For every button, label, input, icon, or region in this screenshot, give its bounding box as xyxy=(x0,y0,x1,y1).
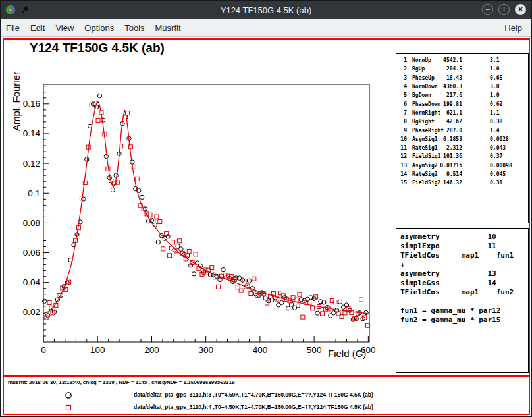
param-num: 10 xyxy=(398,136,407,142)
y-tick-label: 0.08 xyxy=(23,218,40,228)
menu-right: Help xyxy=(499,20,531,36)
menu-options[interactable]: Options xyxy=(79,20,119,36)
legend-square-marker xyxy=(65,403,72,414)
param-name: PhaseDown xyxy=(412,101,439,107)
data-point-circle xyxy=(140,195,144,199)
theory-line xyxy=(400,297,524,306)
data-point-circle xyxy=(364,310,368,314)
param-name: RateSig2 xyxy=(412,171,439,177)
data-point-circle xyxy=(338,300,342,304)
x-tick-label: 100 xyxy=(90,345,105,355)
x-tick-label: 500 xyxy=(307,345,322,355)
y-tick-label: 0.06 xyxy=(23,248,40,258)
param-num: 9 xyxy=(398,128,407,134)
x-tick-label: 200 xyxy=(144,345,159,355)
param-err: 1.1 xyxy=(490,110,499,116)
data-point-circle xyxy=(42,299,46,303)
param-num: 2 xyxy=(398,66,407,72)
param-err: 0.37 xyxy=(490,153,502,159)
param-err: 0.62 xyxy=(490,101,502,107)
theory-line: asymmetry 10 xyxy=(400,233,524,242)
param-err: 0.31 xyxy=(490,180,502,186)
param-err: 3.1 xyxy=(490,57,499,63)
data-point-circle xyxy=(240,278,244,282)
data-point-circle xyxy=(361,317,365,321)
data-point-circle xyxy=(156,240,160,244)
param-num: 6 xyxy=(398,101,407,107)
menu-edit[interactable]: Edit xyxy=(25,20,50,36)
data-point-circle xyxy=(286,306,290,310)
param-num: 4 xyxy=(398,84,407,90)
param-name: NormUp xyxy=(412,57,439,63)
data-point-square xyxy=(161,247,165,251)
param-err: 3.0 xyxy=(490,84,499,90)
param-err: 0.043 xyxy=(490,145,506,151)
data-point-circle xyxy=(124,115,128,119)
param-val: 621.1 xyxy=(439,110,462,116)
data-point-square xyxy=(217,285,221,289)
data-point-square xyxy=(168,254,172,258)
data-point-square xyxy=(106,167,110,171)
data-point-circle xyxy=(296,304,300,308)
canvas-area: 01002003004005006000.020.040.060.080.10.… xyxy=(1,37,532,417)
x-tick-label: 300 xyxy=(198,345,213,355)
data-point-square xyxy=(47,300,51,304)
y-tick-label: 0.16 xyxy=(23,99,40,109)
param-val: 18.43 xyxy=(439,75,462,81)
param-val: 42.62 xyxy=(439,119,462,125)
data-point-square xyxy=(171,240,175,244)
maximize-button[interactable]: + xyxy=(498,4,510,15)
param-num: 15 xyxy=(398,180,407,186)
close-button[interactable]: × xyxy=(515,4,526,15)
root-canvas[interactable]: 01002003004005006000.020.040.060.080.10.… xyxy=(3,38,530,415)
app-window: Y124 TF150G 4.5K (ab) − + × FileEditView… xyxy=(0,0,532,417)
param-row: 8BgRight42.620.38 xyxy=(398,117,528,126)
data-point-square xyxy=(301,315,305,319)
param-val: 4360.3 xyxy=(439,84,462,90)
menubar: FileEditViewOptionsToolsMusrfit Help xyxy=(1,19,531,37)
param-val: 0.1853 xyxy=(439,136,462,142)
param-name: BgRight xyxy=(412,119,439,125)
data-point-circle xyxy=(101,118,105,122)
param-num: 1 xyxy=(398,57,407,63)
menu-musrfit[interactable]: Musrfit xyxy=(150,20,186,36)
data-point-square xyxy=(177,239,181,243)
param-num: 3 xyxy=(398,75,407,81)
legend-row: data/deltat_pta_gps_3110,h:4 ,T0=4.50K,T… xyxy=(4,403,529,412)
param-row: 2BgUp204.51.0 xyxy=(398,65,528,73)
y-tick-label: 0.04 xyxy=(23,277,41,287)
titlebar[interactable]: Y124 TF150G 4.5K (ab) − + × xyxy=(1,1,531,19)
param-row: 10AsymSig10.18530.0028 xyxy=(398,135,528,144)
menu-file[interactable]: File xyxy=(1,20,25,36)
param-err: 1.4 xyxy=(490,128,499,134)
data-point-square xyxy=(343,311,347,315)
param-val: 287.0 xyxy=(439,128,462,134)
data-point-circle xyxy=(315,311,319,315)
param-num: 12 xyxy=(398,153,407,159)
menu-tools[interactable]: Tools xyxy=(119,20,149,36)
param-val: 0.01716 xyxy=(439,163,462,169)
param-err: 0.38 xyxy=(490,119,502,125)
param-err: 1.0 xyxy=(490,66,499,72)
minimize-button[interactable]: − xyxy=(482,4,493,15)
param-name: FieldSig1 xyxy=(412,153,439,159)
param-row: 1NormUp4542.13.1 xyxy=(398,56,528,65)
y-axis-title: Ampl. Fourier xyxy=(11,72,22,131)
data-point-square xyxy=(252,277,256,281)
plot-title: Y124 TF150G 4.5K (ab) xyxy=(30,41,165,55)
param-name: NormDown xyxy=(412,84,439,90)
data-point-square xyxy=(320,312,324,316)
y-tick-label: 0.12 xyxy=(23,159,40,169)
menu-help[interactable]: Help xyxy=(499,20,527,36)
data-point-square xyxy=(194,252,198,256)
x-tick-label: 0 xyxy=(41,345,46,355)
param-val: 217.6 xyxy=(439,92,462,98)
param-val: 0.514 xyxy=(439,171,462,177)
param-num: 14 xyxy=(398,171,407,177)
param-row: 13AsymSig20.017160.00098 xyxy=(398,161,528,170)
menu-view[interactable]: View xyxy=(50,20,79,36)
y-tick-label: 0.02 xyxy=(23,307,40,317)
param-row: 4NormDown4360.33.0 xyxy=(398,82,528,91)
param-row: 15FieldSig2146.320.31 xyxy=(398,179,528,187)
param-num: 11 xyxy=(398,145,407,151)
